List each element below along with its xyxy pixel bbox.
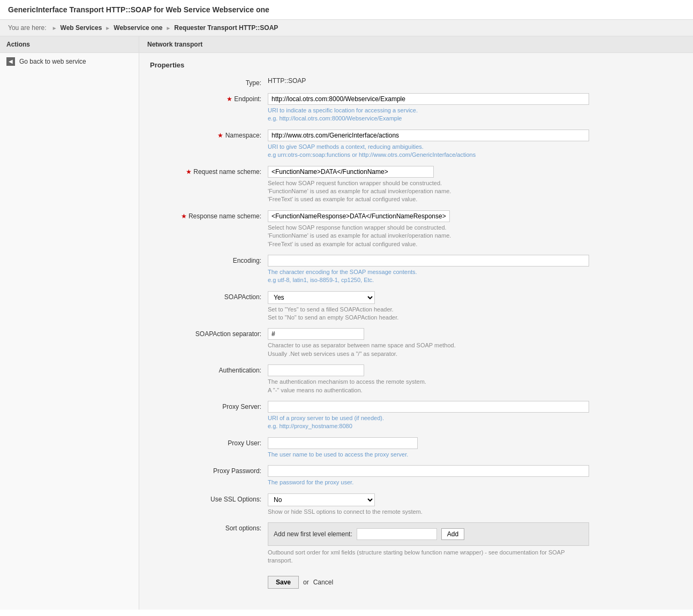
form-actions: Save or Cancel [150,576,682,589]
proxy-user-row: Proxy User: The user name to be used to … [150,437,682,459]
endpoint-input[interactable] [268,93,589,105]
namespace-label: ★ Namespace: [150,130,268,139]
encoding-label: Encoding: [150,255,268,264]
encoding-input[interactable] [268,255,589,267]
use-ssl-options-select[interactable]: No Yes [268,493,375,506]
type-field: HTTP::SOAP [268,77,589,85]
sort-options-box: Add new first level element: Add [268,522,589,546]
soap-action-label: SOAPAction: [150,291,268,301]
request-name-scheme-row: ★ Request name scheme: Select how SOAP r… [150,166,682,204]
request-name-scheme-label: ★ Request name scheme: [150,166,268,176]
namespace-required: ★ [217,132,223,139]
sort-options-hint: Outbound sort order for xml fields (stru… [268,549,589,565]
proxy-password-row: Proxy Password: The password for the pro… [150,465,682,486]
soap-action-separator-label: SOAPAction separator: [150,328,268,338]
request-name-scheme-input[interactable] [268,166,434,178]
rons-required: ★ [181,212,187,220]
proxy-password-input[interactable] [268,465,589,477]
sort-options-field: Add new first level element: Add Outboun… [268,522,589,565]
use-ssl-options-field: No Yes Show or hide SSL options to conne… [268,493,589,516]
request-name-scheme-field: Select how SOAP request function wrapper… [268,166,589,204]
proxy-server-row: Proxy Server: URI of a proxy server to b… [150,401,682,431]
rns-required: ★ [186,168,192,176]
soap-action-hint: Set to "Yes" to send a filled SOAPAction… [268,306,589,322]
response-name-scheme-field: Select how SOAP response function wrappe… [268,210,589,248]
breadcrumb-item-2[interactable]: Requester Transport HTTP::SOAP [174,24,278,32]
proxy-password-label: Proxy Password: [150,465,268,475]
encoding-field: The character encoding for the SOAP mess… [268,255,589,285]
breadcrumb-arrow-2: ► [165,25,171,31]
endpoint-required: ★ [227,95,232,103]
content-inner: Properties Type: HTTP::SOAP ★ Endpoint: … [139,53,693,597]
authentication-hint: The authentication mechanism to access t… [268,378,589,394]
breadcrumb-arrow-0: ► [52,25,57,31]
or-text: or [303,579,309,586]
sort-options-new-element-input[interactable] [357,528,437,540]
proxy-server-hint: URI of a proxy server to be used (if nee… [268,414,589,431]
soap-action-field: Yes No Set to "Yes" to send a filled SOA… [268,291,589,322]
type-label: Type: [150,77,268,87]
endpoint-row: ★ Endpoint: URI to indicate a specific l… [150,93,682,123]
cancel-link[interactable]: Cancel [313,579,333,586]
add-sort-option-button[interactable]: Add [441,528,464,540]
save-button[interactable]: Save [268,576,299,589]
namespace-row: ★ Namespace: URI to give SOAP methods a … [150,130,682,159]
sort-options-row: Sort options: Add new first level elemen… [150,522,682,565]
encoding-row: Encoding: The character encoding for the… [150,255,682,285]
breadcrumb-item-1[interactable]: Webservice one [114,24,162,32]
type-value: HTTP::SOAP [268,75,306,85]
response-name-scheme-label: ★ Response name scheme: [150,210,268,220]
breadcrumb-item-0[interactable]: Web Services [61,24,102,32]
back-button-label: Go back to web service [19,58,86,65]
main-layout: Actions ◀ Go back to web service Network… [0,36,693,610]
type-row: Type: HTTP::SOAP [150,77,682,87]
page-title: GenericInterface Transport HTTP::SOAP fo… [0,0,693,20]
soap-action-separator-hint: Character to use as separator between na… [268,341,589,358]
proxy-server-label: Proxy Server: [150,401,268,410]
namespace-field: URI to give SOAP methods a context, redu… [268,130,589,159]
breadcrumb-link-2[interactable]: Requester Transport HTTP::SOAP [174,24,278,32]
breadcrumb-link-1[interactable]: Webservice one [114,24,162,32]
encoding-hint: The character encoding for the SOAP mess… [268,268,589,285]
soap-action-separator-input[interactable] [268,328,364,340]
response-name-scheme-input[interactable] [268,210,450,222]
soap-action-select[interactable]: Yes No [268,291,375,304]
breadcrumb-arrow-1: ► [105,25,110,31]
breadcrumb-link-0[interactable]: Web Services [61,24,102,32]
sort-options-label: Sort options: [150,522,268,532]
namespace-hint: URI to give SOAP methods a context, redu… [268,143,589,159]
network-transport-title: Network transport [139,36,693,53]
soap-action-separator-field: Character to use as separator between na… [268,328,589,358]
endpoint-field: URI to indicate a specific location for … [268,93,589,123]
proxy-server-field: URI of a proxy server to be used (if nee… [268,401,589,431]
proxy-server-input[interactable] [268,401,589,413]
authentication-field: The authentication mechanism to access t… [268,364,589,394]
endpoint-label: ★ Endpoint: [150,93,268,103]
response-name-scheme-hint: Select how SOAP response function wrappe… [268,224,589,248]
sidebar: Actions ◀ Go back to web service [0,36,139,610]
use-ssl-options-hint: Show or hide SSL options to connect to t… [268,508,589,516]
endpoint-hint: URI to indicate a specific location for … [268,107,589,123]
authentication-label: Authentication: [150,364,268,374]
breadcrumb-prefix: You are here: [8,24,47,32]
proxy-password-hint: The password for the proxy user. [268,478,589,486]
use-ssl-options-row: Use SSL Options: No Yes Show or hide SSL… [150,493,682,516]
authentication-input[interactable] [268,364,364,376]
authentication-row: Authentication: The authentication mecha… [150,364,682,394]
content-area: Network transport Properties Type: HTTP:… [139,36,693,610]
properties-title: Properties [150,61,682,69]
proxy-user-input[interactable] [268,437,418,449]
sidebar-section-title: Actions [0,36,139,53]
breadcrumb: You are here: ► Web Services ► Webservic… [0,20,693,36]
namespace-input[interactable] [268,130,589,141]
proxy-password-field: The password for the proxy user. [268,465,589,486]
request-name-scheme-hint: Select how SOAP request function wrapper… [268,179,589,204]
back-arrow-icon: ◀ [6,57,15,66]
back-to-webservice-button[interactable]: ◀ Go back to web service [0,53,139,70]
soap-action-row: SOAPAction: Yes No Set to "Yes" to send … [150,291,682,322]
proxy-user-field: The user name to be used to access the p… [268,437,589,459]
proxy-user-hint: The user name to be used to access the p… [268,451,589,459]
use-ssl-options-label: Use SSL Options: [150,493,268,503]
response-name-scheme-row: ★ Response name scheme: Select how SOAP … [150,210,682,248]
soap-action-separator-row: SOAPAction separator: Character to use a… [150,328,682,358]
